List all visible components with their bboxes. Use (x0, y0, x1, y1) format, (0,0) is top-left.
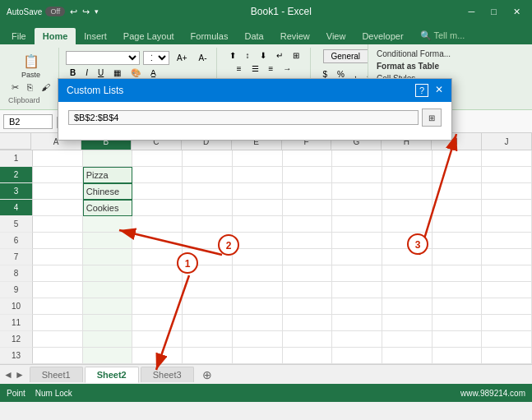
tab-data[interactable]: Data (236, 28, 271, 44)
italic-button[interactable]: I (81, 67, 92, 79)
cell-E3[interactable] (233, 183, 283, 200)
cell-I12[interactable] (433, 331, 483, 348)
cell-I4[interactable] (433, 200, 483, 216)
cell-H1[interactable] (382, 150, 433, 167)
indent-button[interactable]: → (279, 62, 295, 75)
cell-F12[interactable] (283, 331, 333, 348)
cell-E2[interactable] (233, 167, 283, 183)
cell-G5[interactable] (332, 216, 382, 233)
cell-J13[interactable] (482, 348, 532, 364)
scroll-left-icon[interactable]: ◄ (3, 369, 13, 381)
cell-A7[interactable] (33, 249, 83, 265)
cell-C12[interactable] (132, 331, 183, 348)
cell-A10[interactable] (33, 298, 83, 315)
cell-E12[interactable] (233, 331, 283, 348)
tab-tell-me[interactable]: 🔍 Tell m... (412, 27, 474, 44)
cell-J8[interactable] (482, 265, 532, 282)
font-size-dropdown[interactable]: 11 (143, 51, 169, 65)
cell-E8[interactable] (233, 265, 283, 282)
cell-B1[interactable] (83, 150, 133, 167)
cell-F6[interactable] (283, 233, 333, 249)
cell-C5[interactable] (132, 216, 183, 233)
import-range-input[interactable] (68, 110, 419, 125)
cell-I3[interactable] (433, 183, 483, 200)
cell-C8[interactable] (132, 265, 183, 282)
cell-A3[interactable] (33, 183, 83, 200)
align-center-button[interactable]: ☰ (247, 62, 263, 75)
font-name-dropdown[interactable] (66, 51, 140, 65)
cell-A9[interactable] (33, 282, 83, 298)
cut-button[interactable]: ✂ (8, 81, 22, 95)
cell-A2[interactable] (33, 167, 83, 183)
cell-B13[interactable] (83, 348, 133, 364)
cell-reference-box[interactable] (3, 114, 53, 129)
cell-F7[interactable] (283, 249, 333, 265)
align-top-button[interactable]: ⬆ (225, 49, 240, 62)
cell-I8[interactable] (433, 265, 483, 282)
minimize-button[interactable]: ─ (464, 7, 480, 17)
cell-H4[interactable] (382, 200, 433, 216)
cell-J9[interactable] (482, 282, 532, 298)
cell-H6[interactable] (382, 233, 433, 249)
cell-C2[interactable] (132, 167, 183, 183)
align-left-button[interactable]: ≡ (233, 62, 246, 75)
cell-E10[interactable] (233, 298, 283, 315)
cell-C11[interactable] (132, 315, 183, 331)
cell-D12[interactable] (183, 331, 233, 348)
cell-C6[interactable] (132, 233, 183, 249)
cell-D13[interactable] (183, 348, 233, 364)
cell-H9[interactable] (382, 282, 433, 298)
cell-A4[interactable] (33, 200, 83, 216)
cell-F3[interactable] (283, 183, 333, 200)
cell-E11[interactable] (233, 315, 283, 331)
cell-G8[interactable] (332, 265, 382, 282)
quick-access-more[interactable]: ▾ (95, 7, 99, 16)
cell-G6[interactable] (332, 233, 382, 249)
cell-B2[interactable]: Pizza (83, 167, 133, 183)
cell-A11[interactable] (33, 315, 83, 331)
cell-F13[interactable] (283, 348, 333, 364)
cell-F1[interactable] (283, 150, 333, 167)
cell-H3[interactable] (382, 183, 433, 200)
cell-H13[interactable] (382, 348, 433, 364)
cell-D1[interactable] (183, 150, 233, 167)
cell-D5[interactable] (183, 216, 233, 233)
cell-E1[interactable] (233, 150, 283, 167)
cell-J2[interactable] (482, 167, 532, 183)
cell-A13[interactable] (33, 348, 83, 364)
cell-D7[interactable] (183, 249, 233, 265)
cell-I9[interactable] (433, 282, 483, 298)
cell-A12[interactable] (33, 331, 83, 348)
cell-I6[interactable] (433, 233, 483, 249)
cell-C3[interactable] (132, 183, 183, 200)
cell-I2[interactable] (433, 167, 483, 183)
cell-D3[interactable] (183, 183, 233, 200)
cell-C1[interactable] (132, 150, 183, 167)
cell-H7[interactable] (382, 249, 433, 265)
collapse-dialog-button[interactable]: ⊞ (422, 108, 442, 127)
cell-J1[interactable] (482, 150, 532, 167)
dialog-close-button[interactable]: ✕ (435, 84, 443, 97)
format-as-table-button[interactable]: Format as Table (375, 60, 525, 72)
cell-E9[interactable] (233, 282, 283, 298)
cell-B7[interactable] (83, 249, 133, 265)
close-button[interactable]: ✕ (508, 7, 525, 17)
cell-D11[interactable] (183, 315, 233, 331)
cell-J3[interactable] (482, 183, 532, 200)
redo-icon[interactable]: ↪ (82, 7, 90, 17)
format-painter-button[interactable]: 🖌 (38, 81, 53, 95)
cell-B10[interactable] (83, 298, 133, 315)
cell-B9[interactable] (83, 282, 133, 298)
cell-C7[interactable] (132, 249, 183, 265)
tab-file[interactable]: File (3, 28, 35, 44)
bold-button[interactable]: B (66, 67, 80, 79)
cell-A6[interactable] (33, 233, 83, 249)
cell-E13[interactable] (233, 348, 283, 364)
scroll-right-icon[interactable]: ► (15, 369, 25, 381)
cell-B5[interactable] (83, 216, 133, 233)
cell-F8[interactable] (283, 265, 333, 282)
cell-J5[interactable] (482, 216, 532, 233)
cell-F2[interactable] (283, 167, 333, 183)
cell-F4[interactable] (283, 200, 333, 216)
cell-B4[interactable]: Cookies (83, 200, 133, 216)
